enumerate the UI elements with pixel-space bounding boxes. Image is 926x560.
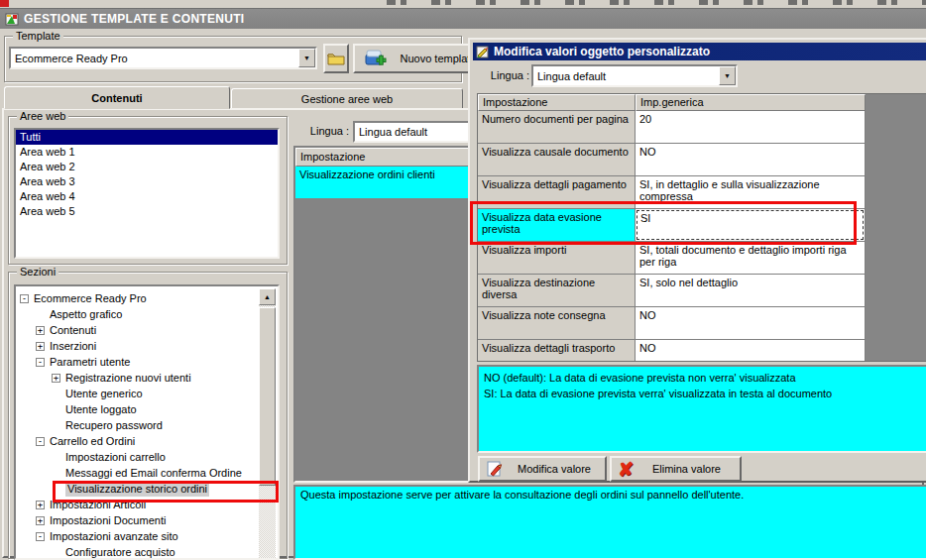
- setting-value: 20: [636, 111, 866, 144]
- tree-item[interactable]: -Carrello ed Ordini: [20, 433, 258, 449]
- tree-item[interactable]: -Ecommerce Ready Pro: [20, 290, 258, 306]
- tree-item-label: Contenuti: [50, 322, 96, 338]
- scroll-up-button[interactable]: ▲: [259, 288, 276, 305]
- dialog-titlebar[interactable]: Modifica valori oggetto personalizzato: [473, 43, 926, 60]
- tab-gestione-aree-web-label: Gestione aree web: [301, 93, 393, 105]
- tree-item-label: Impostazioni carrello: [65, 449, 166, 465]
- impostazione-list[interactable]: Impostazione Visualizzazione ordini clie…: [293, 146, 492, 483]
- open-folder-button[interactable]: [323, 44, 349, 73]
- collapse-icon[interactable]: -: [20, 294, 29, 303]
- aree-web-listbox[interactable]: Tutti Area web 1 Area web 2 Area web 3 A…: [14, 128, 280, 259]
- tree-item-label: Impostazioni avanzate sito: [50, 528, 178, 544]
- template-combo-value: Ecommerce Ready Pro: [11, 51, 298, 66]
- tab-contenuti-label: Contenuti: [91, 92, 142, 104]
- setting-value: NO: [636, 144, 866, 176]
- tree-item[interactable]: -Impostazioni avanzate sito: [20, 528, 258, 544]
- tree-item[interactable]: Utente generico: [20, 386, 258, 401]
- lingua-combo-value-main: Lingua default: [355, 124, 473, 140]
- sezioni-tree[interactable]: -Ecommerce Ready Pro Aspetto grafico +Co…: [14, 284, 280, 560]
- template-combobox[interactable]: Ecommerce Ready Pro ▼: [9, 47, 317, 69]
- list-item[interactable]: Tutti: [16, 130, 278, 145]
- modifica-valore-button[interactable]: Modifica valore: [478, 456, 607, 482]
- expand-icon[interactable]: +: [36, 501, 45, 509]
- tree-item[interactable]: +Impostazioni Documenti: [20, 512, 258, 528]
- template-group-label: Template: [13, 30, 63, 42]
- collapse-icon[interactable]: -: [36, 437, 45, 446]
- expand-icon[interactable]: +: [36, 342, 45, 351]
- annotation-rect-grid-row: [470, 201, 857, 245]
- setting-value: SI, solo nel dettaglio: [636, 275, 866, 307]
- list-item[interactable]: Area web 1: [16, 145, 278, 160]
- tree-item-label: Messaggi ed Email conferma Ordine: [65, 465, 242, 481]
- tree-item[interactable]: +Inserzioni: [20, 338, 258, 354]
- tree-item[interactable]: Configuratore acquisto: [20, 544, 258, 560]
- elimina-valore-button[interactable]: ✘ Elimina valore: [610, 456, 742, 482]
- screen: GESTIONE TEMPLATE E CONTENUTI Template E…: [0, 0, 926, 560]
- tree-scrollbar[interactable]: ▲: [259, 288, 276, 558]
- parent-app-icon: [0, 0, 9, 7]
- collapse-icon[interactable]: -: [36, 532, 45, 541]
- tree-item[interactable]: Recupero password: [20, 417, 258, 433]
- grid-row[interactable]: Visualizza note consegna NO: [478, 307, 866, 340]
- tab-gestione-aree-web[interactable]: Gestione aree web: [231, 88, 463, 109]
- tree-item-label: Aspetto grafico: [50, 306, 122, 322]
- window-title: GESTIONE TEMPLATE E CONTENUTI: [24, 12, 245, 26]
- tree-item[interactable]: +Registrazione nuovi utenti: [20, 370, 258, 386]
- folder-icon: [327, 52, 345, 65]
- delete-value-icon: ✘: [618, 460, 634, 479]
- list-item[interactable]: Area web 3: [16, 174, 278, 189]
- dialog-icon: [476, 46, 490, 58]
- scrollbar-thumb[interactable]: [259, 307, 276, 486]
- tree-item[interactable]: -Parametri utente: [20, 354, 258, 370]
- tree-item[interactable]: +Contenuti: [20, 322, 258, 338]
- column-header-impostazione[interactable]: Impostazione: [478, 94, 636, 111]
- dialog-title: Modifica valori oggetto personalizzato: [494, 45, 710, 58]
- template-combo-arrow[interactable]: ▼: [298, 49, 315, 67]
- tree-item-label: Utente loggato: [65, 401, 137, 417]
- lingua-combobox-dialog[interactable]: Lingua default ▼: [531, 64, 738, 87]
- grid-row[interactable]: Visualizza causale documento NO: [478, 144, 866, 176]
- annotation-rect-tree: [53, 481, 279, 503]
- setting-value: NO: [636, 307, 866, 340]
- tree-item-label: Ecommerce Ready Pro: [34, 290, 147, 306]
- tree-item[interactable]: Messaggi ed Email conferma Ordine: [20, 465, 258, 481]
- setting-name: Visualizza note consegna: [478, 307, 636, 340]
- setting-name: Visualizza causale documento: [478, 144, 636, 176]
- lingua-combo-value-dialog: Lingua default: [533, 68, 719, 84]
- setting-note-box: Questa impostazione serve per attivare l…: [293, 485, 926, 560]
- grid-row[interactable]: Visualizza importi SI, totali documento …: [478, 242, 866, 275]
- collapse-icon[interactable]: -: [36, 358, 45, 367]
- impostazione-list-header[interactable]: Impostazione: [295, 148, 490, 167]
- tree-item-label: Carrello ed Ordini: [50, 433, 135, 449]
- edit-value-icon: [486, 460, 504, 478]
- tab-contenuti[interactable]: Contenuti: [4, 86, 230, 109]
- lingua-combo-arrow-dialog[interactable]: ▼: [719, 66, 736, 85]
- tree-item[interactable]: Utente loggato: [20, 401, 258, 417]
- impostazione-selected-row[interactable]: Visualizzazione ordini clienti: [295, 167, 490, 198]
- column-header-imp-generica[interactable]: Imp.generica: [636, 94, 866, 111]
- tree-item-label: Utente generico: [65, 386, 143, 401]
- expand-icon[interactable]: +: [36, 516, 45, 525]
- tree-item[interactable]: Impostazioni carrello: [20, 449, 258, 465]
- setting-note-text: Questa impostazione serve per attivare l…: [300, 489, 744, 501]
- sezioni-group-label: Sezioni: [17, 266, 58, 278]
- tree-item-label: Inserzioni: [50, 338, 96, 354]
- grid-row[interactable]: Visualizza destinazione diversa SI, solo…: [478, 275, 866, 307]
- tree-item[interactable]: Aspetto grafico: [20, 306, 258, 322]
- tree-item-label: Recupero password: [65, 417, 163, 433]
- setting-name: Visualizza importi: [478, 242, 636, 275]
- grid-row[interactable]: Visualizza dettagli trasporto NO: [478, 340, 866, 362]
- main-titlebar[interactable]: GESTIONE TEMPLATE E CONTENUTI: [0, 8, 926, 29]
- tree-item-label: Parametri utente: [50, 354, 130, 370]
- list-item[interactable]: Area web 2: [16, 160, 278, 174]
- list-item[interactable]: Area web 5: [16, 204, 278, 219]
- setting-value: NO: [636, 340, 866, 362]
- expand-icon[interactable]: +: [36, 326, 45, 335]
- grid-row[interactable]: Numero documenti per pagina 20: [478, 111, 866, 144]
- elimina-valore-label: Elimina valore: [634, 463, 740, 475]
- aree-web-group-label: Aree web: [17, 110, 68, 122]
- expand-icon[interactable]: +: [52, 374, 60, 383]
- list-item[interactable]: Area web 4: [16, 189, 278, 204]
- tree-item-label: Configuratore acquisto: [65, 544, 175, 560]
- new-template-icon: [363, 48, 387, 69]
